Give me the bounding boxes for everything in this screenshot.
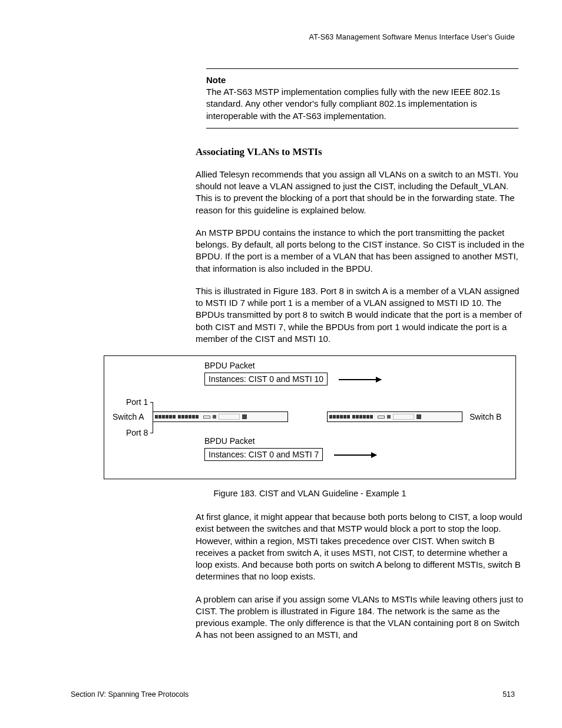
section-heading: Associating VLANs to MSTIs xyxy=(196,146,518,158)
switch-b-label: Switch B xyxy=(470,412,501,421)
connector-line xyxy=(150,402,153,403)
note-body: The AT-S63 MSTP implementation complies … xyxy=(206,86,518,122)
figure-183: BPDU Packet Instances: CIST 0 and MSTI 1… xyxy=(104,355,516,479)
connector-line xyxy=(153,402,153,411)
switch-a-icon xyxy=(153,411,288,422)
paragraph: An MSTP BPDU contains the instance to wh… xyxy=(196,227,525,275)
bpdu-label-top: BPDU Packet xyxy=(204,361,255,370)
paragraph: This is illustrated in Figure 183. Port … xyxy=(196,285,525,345)
footer-section: Section IV: Spanning Tree Protocols xyxy=(71,690,189,699)
connector-line xyxy=(150,433,153,433)
figure-caption: Figure 183. CIST and VLAN Guideline - Ex… xyxy=(104,489,516,498)
instances-box-top: Instances: CIST 0 and MSTI 10 xyxy=(204,373,328,386)
port8-label: Port 8 xyxy=(126,428,148,437)
switch-a-label: Switch A xyxy=(113,412,144,421)
note-block: Note The AT-S63 MSTP implementation comp… xyxy=(206,68,518,129)
switch-b-icon xyxy=(327,411,462,422)
page-number: 513 xyxy=(503,690,515,699)
arrow-icon xyxy=(339,379,381,380)
port1-label: Port 1 xyxy=(126,397,148,407)
instances-box-bottom: Instances: CIST 0 and MSTI 7 xyxy=(204,448,323,461)
bpdu-label-bottom: BPDU Packet xyxy=(204,436,255,446)
running-header: AT-S63 Management Software Menus Interfa… xyxy=(71,33,515,41)
paragraph: At first glance, it might appear that be… xyxy=(196,511,525,583)
connector-line xyxy=(153,422,153,433)
note-title: Note xyxy=(206,75,518,85)
paragraph: Allied Telesyn recommends that you assig… xyxy=(196,169,525,216)
paragraph: A problem can arise if you assign some V… xyxy=(196,594,525,641)
arrow-icon xyxy=(334,454,376,456)
